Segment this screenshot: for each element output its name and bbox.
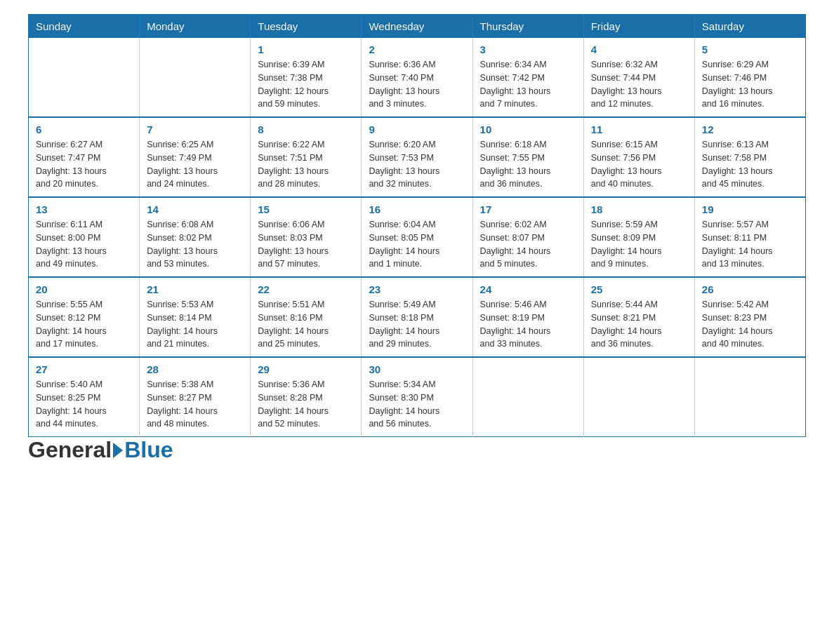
day-number: 22 — [258, 283, 354, 295]
logo-right-arrow-icon — [113, 443, 123, 458]
calendar-cell — [472, 357, 583, 437]
calendar-cell: 27Sunrise: 5:40 AM Sunset: 8:25 PM Dayli… — [29, 357, 140, 437]
column-header-sunday: Sunday — [29, 15, 140, 39]
column-header-tuesday: Tuesday — [251, 15, 362, 39]
day-info: Sunrise: 6:04 AM Sunset: 8:05 PM Dayligh… — [369, 218, 465, 271]
calendar-cell: 29Sunrise: 5:36 AM Sunset: 8:28 PM Dayli… — [251, 357, 362, 437]
column-header-monday: Monday — [140, 15, 251, 39]
day-info: Sunrise: 5:34 AM Sunset: 8:30 PM Dayligh… — [369, 378, 465, 431]
calendar-cell: 25Sunrise: 5:44 AM Sunset: 8:21 PM Dayli… — [583, 277, 694, 357]
day-info: Sunrise: 6:25 AM Sunset: 7:49 PM Dayligh… — [147, 138, 243, 191]
day-info: Sunrise: 6:39 AM Sunset: 7:38 PM Dayligh… — [258, 58, 354, 111]
day-number: 2 — [369, 43, 465, 55]
day-info: Sunrise: 5:38 AM Sunset: 8:27 PM Dayligh… — [147, 378, 243, 431]
day-number: 16 — [369, 203, 465, 215]
calendar-table: SundayMondayTuesdayWednesdayThursdayFrid… — [28, 14, 806, 437]
calendar-header: SundayMondayTuesdayWednesdayThursdayFrid… — [29, 15, 806, 39]
header-row: SundayMondayTuesdayWednesdayThursdayFrid… — [29, 15, 806, 39]
column-header-wednesday: Wednesday — [362, 15, 472, 39]
day-info: Sunrise: 5:51 AM Sunset: 8:16 PM Dayligh… — [258, 298, 354, 351]
day-info: Sunrise: 6:22 AM Sunset: 7:51 PM Dayligh… — [258, 138, 354, 191]
day-number: 21 — [147, 283, 243, 295]
day-info: Sunrise: 6:11 AM Sunset: 8:00 PM Dayligh… — [36, 218, 132, 271]
day-info: Sunrise: 6:06 AM Sunset: 8:03 PM Dayligh… — [258, 218, 354, 271]
column-header-saturday: Saturday — [694, 15, 805, 39]
calendar-cell: 15Sunrise: 6:06 AM Sunset: 8:03 PM Dayli… — [251, 197, 362, 277]
calendar-cell: 26Sunrise: 5:42 AM Sunset: 8:23 PM Dayli… — [694, 277, 805, 357]
top-bar: General Blue — [28, 437, 806, 463]
day-info: Sunrise: 5:59 AM Sunset: 8:09 PM Dayligh… — [591, 218, 687, 271]
calendar-cell: 12Sunrise: 6:13 AM Sunset: 7:58 PM Dayli… — [694, 117, 805, 197]
day-info: Sunrise: 6:29 AM Sunset: 7:46 PM Dayligh… — [702, 58, 798, 111]
logo-blue-final: Blue — [124, 437, 173, 463]
calendar-cell: 2Sunrise: 6:36 AM Sunset: 7:40 PM Daylig… — [362, 38, 472, 117]
day-info: Sunrise: 6:18 AM Sunset: 7:55 PM Dayligh… — [480, 138, 576, 191]
calendar-cell: 28Sunrise: 5:38 AM Sunset: 8:27 PM Dayli… — [140, 357, 251, 437]
day-number: 7 — [147, 123, 243, 135]
day-number: 12 — [702, 123, 798, 135]
day-info: Sunrise: 6:27 AM Sunset: 7:47 PM Dayligh… — [36, 138, 132, 191]
day-info: Sunrise: 5:53 AM Sunset: 8:14 PM Dayligh… — [147, 298, 243, 351]
day-info: Sunrise: 5:36 AM Sunset: 8:28 PM Dayligh… — [258, 378, 354, 431]
logo-general-final: General — [28, 437, 112, 463]
calendar-cell: 7Sunrise: 6:25 AM Sunset: 7:49 PM Daylig… — [140, 117, 251, 197]
day-number: 10 — [480, 123, 576, 135]
day-number: 8 — [258, 123, 354, 135]
calendar-cell: 8Sunrise: 6:22 AM Sunset: 7:51 PM Daylig… — [251, 117, 362, 197]
column-header-thursday: Thursday — [472, 15, 583, 39]
day-number: 23 — [369, 283, 465, 295]
calendar-cell: 9Sunrise: 6:20 AM Sunset: 7:53 PM Daylig… — [362, 117, 472, 197]
day-info: Sunrise: 5:49 AM Sunset: 8:18 PM Dayligh… — [369, 298, 465, 351]
calendar-week-row: 13Sunrise: 6:11 AM Sunset: 8:00 PM Dayli… — [29, 197, 806, 277]
day-info: Sunrise: 6:36 AM Sunset: 7:40 PM Dayligh… — [369, 58, 465, 111]
calendar-cell: 24Sunrise: 5:46 AM Sunset: 8:19 PM Dayli… — [472, 277, 583, 357]
logo-arrow-block — [113, 443, 123, 458]
calendar-cell: 21Sunrise: 5:53 AM Sunset: 8:14 PM Dayli… — [140, 277, 251, 357]
calendar-cell: 30Sunrise: 5:34 AM Sunset: 8:30 PM Dayli… — [362, 357, 472, 437]
calendar-cell — [29, 38, 140, 117]
day-info: Sunrise: 5:57 AM Sunset: 8:11 PM Dayligh… — [702, 218, 798, 271]
day-info: Sunrise: 5:55 AM Sunset: 8:12 PM Dayligh… — [36, 298, 132, 351]
calendar-cell: 5Sunrise: 6:29 AM Sunset: 7:46 PM Daylig… — [694, 38, 805, 117]
day-number: 5 — [702, 43, 798, 55]
calendar-cell: 13Sunrise: 6:11 AM Sunset: 8:00 PM Dayli… — [29, 197, 140, 277]
calendar-cell: 17Sunrise: 6:02 AM Sunset: 8:07 PM Dayli… — [472, 197, 583, 277]
calendar-cell: 1Sunrise: 6:39 AM Sunset: 7:38 PM Daylig… — [251, 38, 362, 117]
day-info: Sunrise: 6:15 AM Sunset: 7:56 PM Dayligh… — [591, 138, 687, 191]
calendar-cell: 16Sunrise: 6:04 AM Sunset: 8:05 PM Dayli… — [362, 197, 472, 277]
calendar-cell: 22Sunrise: 5:51 AM Sunset: 8:16 PM Dayli… — [251, 277, 362, 357]
day-number: 20 — [36, 283, 132, 295]
day-number: 26 — [702, 283, 798, 295]
day-number: 13 — [36, 203, 132, 215]
calendar-cell: 18Sunrise: 5:59 AM Sunset: 8:09 PM Dayli… — [583, 197, 694, 277]
day-info: Sunrise: 6:32 AM Sunset: 7:44 PM Dayligh… — [591, 58, 687, 111]
calendar-cell: 14Sunrise: 6:08 AM Sunset: 8:02 PM Dayli… — [140, 197, 251, 277]
calendar-cell: 3Sunrise: 6:34 AM Sunset: 7:42 PM Daylig… — [472, 38, 583, 117]
calendar-cell: 19Sunrise: 5:57 AM Sunset: 8:11 PM Dayli… — [694, 197, 805, 277]
day-number: 19 — [702, 203, 798, 215]
day-info: Sunrise: 6:08 AM Sunset: 8:02 PM Dayligh… — [147, 218, 243, 271]
calendar-week-row: 1Sunrise: 6:39 AM Sunset: 7:38 PM Daylig… — [29, 38, 806, 117]
calendar-week-row: 27Sunrise: 5:40 AM Sunset: 8:25 PM Dayli… — [29, 357, 806, 437]
calendar-cell: 10Sunrise: 6:18 AM Sunset: 7:55 PM Dayli… — [472, 117, 583, 197]
calendar-cell: 23Sunrise: 5:49 AM Sunset: 8:18 PM Dayli… — [362, 277, 472, 357]
day-number: 27 — [36, 363, 132, 375]
day-number: 24 — [480, 283, 576, 295]
day-number: 15 — [258, 203, 354, 215]
calendar-cell — [694, 357, 805, 437]
calendar-week-row: 20Sunrise: 5:55 AM Sunset: 8:12 PM Dayli… — [29, 277, 806, 357]
calendar-cell: 11Sunrise: 6:15 AM Sunset: 7:56 PM Dayli… — [583, 117, 694, 197]
day-info: Sunrise: 6:20 AM Sunset: 7:53 PM Dayligh… — [369, 138, 465, 191]
day-info: Sunrise: 5:46 AM Sunset: 8:19 PM Dayligh… — [480, 298, 576, 351]
calendar-cell: 20Sunrise: 5:55 AM Sunset: 8:12 PM Dayli… — [29, 277, 140, 357]
calendar-week-row: 6Sunrise: 6:27 AM Sunset: 7:47 PM Daylig… — [29, 117, 806, 197]
day-info: Sunrise: 5:42 AM Sunset: 8:23 PM Dayligh… — [702, 298, 798, 351]
day-info: Sunrise: 5:40 AM Sunset: 8:25 PM Dayligh… — [36, 378, 132, 431]
day-number: 25 — [591, 283, 687, 295]
day-number: 6 — [36, 123, 132, 135]
calendar-cell: 4Sunrise: 6:32 AM Sunset: 7:44 PM Daylig… — [583, 38, 694, 117]
day-number: 18 — [591, 203, 687, 215]
day-number: 30 — [369, 363, 465, 375]
day-number: 28 — [147, 363, 243, 375]
calendar-cell — [140, 38, 251, 117]
